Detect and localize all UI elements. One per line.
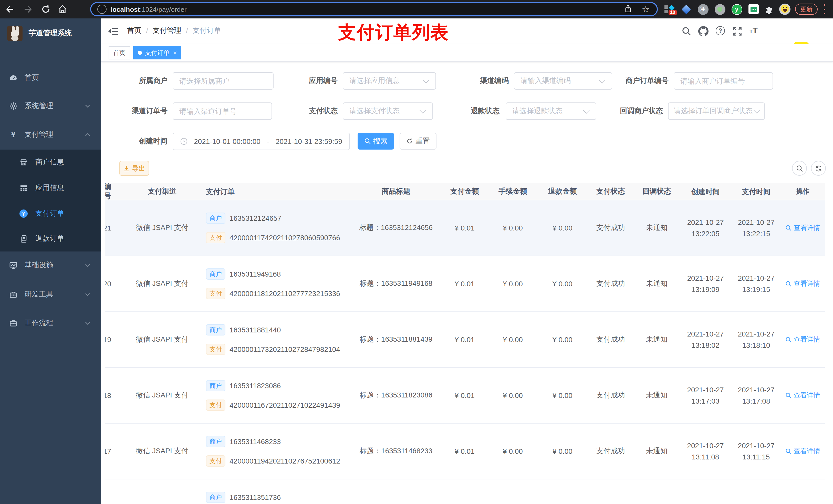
tab-home[interactable]: 首页: [109, 46, 130, 59]
active-dot: [138, 51, 142, 55]
order-table: 编号 支付渠道 支付订单 商品标题 支付金额 手续金额 退款金额 支付状态 回调…: [105, 183, 825, 504]
reset-button[interactable]: 重置: [400, 133, 436, 149]
filter-label: 所属商户: [109, 76, 168, 86]
extension-command-icon[interactable]: ⌘: [697, 4, 709, 15]
view-detail-link[interactable]: 查看详情: [782, 335, 824, 344]
app-select[interactable]: 请选择应用信息: [343, 72, 436, 90]
home-icon[interactable]: [57, 4, 68, 14]
sidebar-item-label: 研发工具: [25, 290, 53, 299]
sidebar-item-pay[interactable]: ¥ 支付管理: [0, 122, 101, 147]
reload-icon[interactable]: [41, 4, 51, 14]
cell-pay-time: 2021-10-2713:18:10: [731, 328, 782, 351]
merchant-tag: 商户: [206, 492, 225, 503]
date-range-picker[interactable]: 2021-10-01 00:00:00 - 2021-10-31 23:59:5…: [173, 133, 350, 150]
bookmark-star-icon[interactable]: ☆: [642, 5, 650, 14]
clock-icon: [180, 138, 188, 145]
app-title: 芋道管理系统: [29, 29, 72, 38]
screen: i localhost:1024/pay/order ☆ 10 ⌘: [0, 0, 833, 504]
extension-badge: 10: [669, 10, 677, 15]
sidebar-item-home[interactable]: 首页: [0, 65, 101, 91]
view-detail-link[interactable]: 查看详情: [782, 279, 824, 288]
sidebar-item-label: 系统管理: [25, 101, 53, 111]
sidebar-item-pay-order[interactable]: ¥ 支付订单: [0, 201, 101, 226]
merchant-tag: 商户: [206, 213, 225, 224]
breadcrumb-pay[interactable]: 支付管理: [153, 26, 181, 35]
help-icon[interactable]: ?: [716, 26, 726, 37]
site-info-icon[interactable]: i: [97, 5, 106, 14]
cell-order: 商户1635311823086 支付4200001167202110271022…: [199, 380, 347, 411]
github-icon[interactable]: [698, 26, 709, 37]
sidebar-item-infra[interactable]: 基础设施: [0, 253, 101, 278]
breadcrumb-home[interactable]: 首页: [127, 26, 141, 35]
forward-icon[interactable]: [23, 4, 33, 14]
view-detail-link[interactable]: 查看详情: [782, 447, 824, 456]
sidebar-item-refund-order[interactable]: 退款订单: [0, 226, 101, 251]
extension-pixel-icon[interactable]: 10: [663, 4, 675, 15]
merchant-tag: 商户: [206, 436, 225, 447]
cell-create-time: 2021-10-2713:17:03: [680, 384, 731, 407]
sidebar-toggle-icon[interactable]: [108, 27, 118, 36]
channel-order-no-input[interactable]: [173, 102, 272, 120]
filter-label: 创建时间: [109, 137, 168, 146]
sidebar-item-label: 首页: [25, 73, 39, 82]
table-search-toggle-button[interactable]: [792, 161, 807, 176]
filter-label: 支付状态: [277, 106, 338, 116]
filter-label: 渠道编码: [448, 76, 509, 86]
merchant-order-no-input[interactable]: [674, 72, 773, 90]
view-detail-link[interactable]: 查看详情: [782, 391, 824, 400]
sidebar-item-workflow[interactable]: 工作流程: [0, 310, 101, 336]
sidebar-item-merchant-info[interactable]: 商户信息: [0, 149, 101, 175]
share-icon[interactable]: [623, 4, 634, 14]
profile-emoji-icon[interactable]: [779, 4, 790, 15]
search-button[interactable]: 搜索: [358, 133, 394, 149]
yen-circle-icon: ¥: [20, 210, 28, 218]
tab-label: 首页: [113, 48, 125, 57]
table-row: 20 微信 JSAPI 支付 商户1635311949168 支付4200001…: [105, 256, 825, 312]
filter-channel-code: 渠道编码 请输入渠道编码: [448, 72, 612, 90]
tab-close-icon[interactable]: ×: [173, 50, 177, 56]
pay-tag: 支付: [206, 288, 225, 299]
merchant-input[interactable]: [173, 72, 273, 90]
sidebar-item-label: 工作流程: [25, 318, 53, 328]
table-refresh-button[interactable]: [811, 161, 826, 176]
view-detail-link[interactable]: 查看详情: [782, 223, 824, 233]
tab-pay-order[interactable]: 支付订单 ×: [133, 46, 181, 59]
cell-create-time: 2021-10-2713:11:08: [680, 440, 731, 462]
col-amount: 支付金额: [439, 187, 480, 196]
table-row: 商户1635311351736 支付: [105, 479, 825, 504]
merchant-order-no: 1635311351736: [230, 493, 281, 501]
toolbox-icon: [9, 290, 18, 298]
export-button[interactable]: 导出: [119, 161, 149, 176]
app-logo-row[interactable]: 芋道管理系统: [0, 23, 101, 44]
merchant-order-no: 1635311949168: [230, 270, 281, 278]
extension-gem-icon[interactable]: [680, 4, 692, 15]
refund-status-select[interactable]: 请选择退款状态: [506, 102, 596, 120]
col-fee: 手续金额: [480, 187, 532, 196]
filter-merchant: 所属商户: [109, 72, 273, 90]
sidebar-item-dev-tools[interactable]: 研发工具: [0, 282, 101, 307]
cell-pay-status: 支付成功: [583, 279, 633, 288]
fullscreen-icon[interactable]: [732, 26, 742, 37]
browser-menu-icon[interactable]: [823, 4, 825, 14]
back-icon[interactable]: [5, 4, 15, 14]
extension-chat-icon[interactable]: [748, 4, 759, 15]
merchant-tag: 商户: [206, 268, 225, 280]
extension-y-icon[interactable]: y: [731, 4, 742, 15]
browser-update-button[interactable]: 更新: [795, 4, 818, 15]
pay-tag: 支付: [206, 344, 225, 355]
cell-title: 标题：1635311949168: [347, 279, 439, 288]
filter-label: 渠道订单号: [109, 106, 168, 116]
sidebar-item-system[interactable]: 系统管理: [0, 93, 101, 119]
extensions-puzzle-icon[interactable]: [764, 4, 775, 15]
header-search-icon[interactable]: [681, 26, 692, 37]
table-header: 编号 支付渠道 支付订单 商品标题 支付金额 手续金额 退款金额 支付状态 回调…: [105, 183, 825, 200]
font-size-icon[interactable]: TT: [749, 26, 764, 37]
callback-status-select[interactable]: 请选择订单回调商户状态: [668, 102, 765, 120]
extension-record-icon[interactable]: [714, 4, 725, 15]
search-icon: [364, 138, 371, 144]
pay-status-select[interactable]: 请选择支付状态: [343, 102, 433, 120]
cell-refund: ¥ 0.00: [532, 224, 583, 232]
address-bar[interactable]: i localhost:1024/pay/order ☆: [90, 2, 658, 16]
sidebar-item-app-info[interactable]: 应用信息: [0, 175, 101, 201]
chevron-down-icon: [85, 104, 90, 107]
